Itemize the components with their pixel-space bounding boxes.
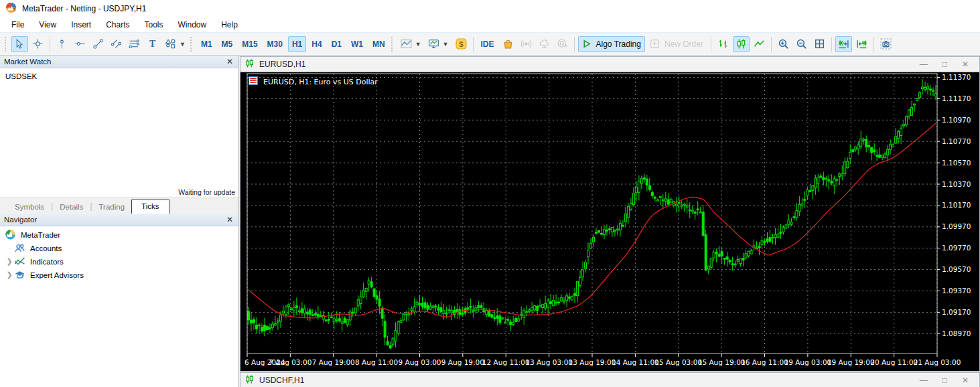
vps-cloud-icon: [539, 38, 550, 50]
chart-close-button[interactable]: ✕: [962, 60, 969, 69]
indicator-list-button[interactable]: ▼: [425, 36, 451, 52]
market-watch-tabs: Symbols|Details|TradingTicks: [0, 198, 238, 214]
navigator-item-expert-advisors[interactable]: ❯Expert Advisors: [0, 268, 238, 282]
y-tick-label: 1.10970: [942, 116, 971, 124]
shapes-button[interactable]: ▼: [162, 36, 188, 52]
market-watch-symbol[interactable]: USDSEK: [0, 71, 238, 82]
x-tick-label: 7 Aug 03:00: [269, 358, 311, 366]
navigator-item-metatrader[interactable]: MetaTrader: [0, 228, 238, 242]
menu-item-insert[interactable]: Insert: [64, 19, 98, 31]
horizontal-line-button[interactable]: [72, 36, 88, 52]
market-watch-close-icon[interactable]: ✕: [225, 58, 234, 66]
bottom-window-titlebar[interactable]: USDCHF,H1 — □ ✕: [240, 373, 979, 387]
menu-item-file[interactable]: File: [4, 19, 31, 31]
vertical-line-button[interactable]: [54, 36, 70, 52]
fibo-levels-button[interactable]: [126, 36, 143, 52]
auto-scroll-button[interactable]: [835, 36, 852, 52]
symbol-table-icon: [249, 78, 258, 86]
tab-symbols[interactable]: Symbols: [8, 201, 51, 214]
button-d1[interactable]: D1: [328, 36, 346, 52]
chart-maximize-button[interactable]: □: [942, 60, 947, 69]
toolbar-group-chart-type: [715, 36, 768, 52]
signals-button[interactable]: [518, 36, 535, 52]
zoom-out-button[interactable]: [793, 36, 810, 52]
indicator-list-icon: [428, 38, 439, 50]
market-watch-symbol-list: USDSEK: [0, 68, 238, 82]
button-m1[interactable]: M1: [197, 36, 216, 52]
button-mn[interactable]: MN: [368, 36, 389, 52]
button-w1[interactable]: W1: [347, 36, 367, 52]
toolbar-group-indicators: ▼▼$: [398, 36, 470, 52]
cursor-icon: [14, 38, 25, 50]
community-button[interactable]: [554, 36, 571, 52]
navigator-item-indicators[interactable]: ❯Indicators: [0, 255, 238, 268]
channel-button[interactable]: [108, 36, 125, 52]
cursor-button[interactable]: [11, 36, 28, 52]
chart-shift-icon: [856, 38, 867, 50]
line-style-icon: [401, 38, 412, 50]
toolbar-separator: [50, 37, 50, 52]
svg-text:$: $: [459, 40, 464, 48]
market-bag-button[interactable]: [500, 36, 516, 52]
vertical-line-icon: [56, 38, 68, 50]
bottom-close-button[interactable]: ✕: [962, 376, 969, 385]
tab-details[interactable]: Details: [53, 201, 90, 214]
navigator-close-icon[interactable]: ✕: [225, 216, 234, 224]
menu-item-view[interactable]: View: [31, 19, 64, 31]
menu-item-window[interactable]: Window: [171, 19, 214, 31]
chart-symbol-description: EURUSD, H1: Euro vs US Dollar: [263, 78, 378, 86]
menu-item-help[interactable]: Help: [214, 19, 245, 31]
accounts-icon: [14, 242, 25, 254]
button-m5[interactable]: M5: [218, 36, 237, 52]
dropdown-arrow-icon[interactable]: ▼: [443, 41, 449, 48]
zoom-in-button[interactable]: [775, 36, 792, 52]
crosshair-button[interactable]: [29, 36, 46, 52]
signals-icon: [520, 38, 532, 50]
button-ide[interactable]: IDE: [477, 36, 498, 52]
tree-line: ·: [5, 244, 14, 252]
trendline-button[interactable]: [90, 36, 107, 52]
y-tick-label: 1.09570: [942, 265, 971, 273]
chart-window-eurusd: EURUSD,H1 — □ ✕ 1.113701.111701.109701.1…: [240, 56, 980, 372]
menu-item-tools[interactable]: Tools: [137, 19, 171, 31]
candles-button[interactable]: [733, 36, 750, 52]
tab-ticks[interactable]: Ticks: [131, 200, 169, 214]
algo-play-button[interactable]: Algo Trading: [578, 36, 645, 52]
shapes-icon: [165, 38, 176, 50]
toolbar-group-zoom: [775, 36, 828, 52]
tile-windows-button[interactable]: [811, 36, 828, 52]
vps-cloud-button[interactable]: [536, 36, 553, 52]
y-tick-label: 1.09170: [942, 308, 971, 316]
navigator-item-accounts[interactable]: ·Accounts: [0, 242, 238, 255]
y-tick-label: 1.09770: [942, 244, 971, 252]
dollar-button[interactable]: $: [453, 36, 470, 52]
line-chart-button[interactable]: [751, 36, 768, 52]
button-label: W1: [350, 40, 364, 49]
line-style-button[interactable]: ▼: [398, 36, 424, 52]
button-m15[interactable]: M15: [238, 36, 261, 52]
bottom-maximize-button[interactable]: □: [942, 376, 947, 385]
toolbar: T▼M1M5M15M30H1H4D1W1MN▼▼$IDEAlgo Trading…: [0, 32, 980, 56]
chart-shift-button[interactable]: [853, 36, 870, 52]
expand-chevron-icon[interactable]: ❯: [5, 270, 14, 279]
price-chart-canvas[interactable]: 1.113701.111701.109701.107701.105701.103…: [240, 72, 979, 371]
menu-item-charts[interactable]: Charts: [98, 19, 137, 31]
dropdown-arrow-icon[interactable]: ▼: [415, 41, 421, 48]
button-h1[interactable]: H1: [288, 36, 306, 52]
dropdown-arrow-icon[interactable]: ▼: [180, 41, 186, 48]
chart-minimize-button[interactable]: —: [920, 60, 928, 69]
text-tool-button[interactable]: T: [144, 36, 161, 52]
tab-trading[interactable]: Trading: [92, 201, 132, 214]
bars-button[interactable]: [715, 36, 731, 52]
y-tick-label: 1.09370: [942, 287, 971, 295]
fibo-levels-icon: [129, 38, 140, 50]
chart-window-titlebar[interactable]: EURUSD,H1 — □ ✕: [240, 57, 979, 72]
y-tick-label: 1.11170: [942, 94, 971, 102]
button-m30[interactable]: M30: [263, 36, 287, 52]
bottom-minimize-button[interactable]: —: [920, 376, 928, 385]
expand-chevron-icon[interactable]: ❯: [5, 257, 14, 266]
camera-button[interactable]: [878, 36, 894, 52]
navigator-item-label: Accounts: [30, 244, 62, 252]
new-order-button[interactable]: New Order: [646, 36, 707, 52]
button-h4[interactable]: H4: [307, 36, 326, 52]
